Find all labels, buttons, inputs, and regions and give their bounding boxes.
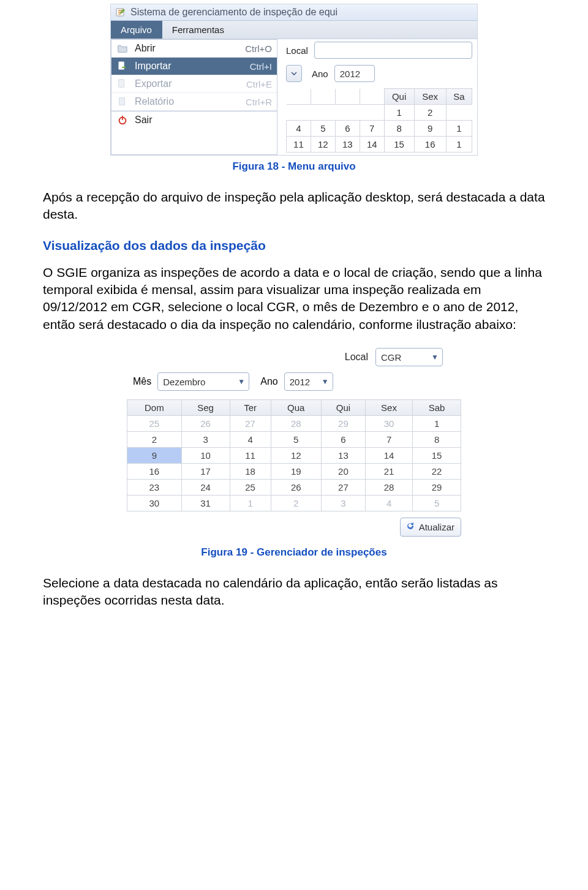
cal-cell[interactable]: 30 bbox=[127, 496, 182, 511]
power-icon bbox=[116, 114, 129, 126]
cal-cell[interactable] bbox=[360, 105, 384, 121]
paragraph-2: O SGIE organiza as inspeções de acordo a… bbox=[43, 264, 545, 333]
cal-cell[interactable]: 7 bbox=[360, 121, 384, 137]
local-label: Local bbox=[345, 352, 368, 363]
cal-cell[interactable]: 1 bbox=[446, 137, 472, 153]
menu-item-label: Importar bbox=[135, 61, 227, 72]
report-icon bbox=[116, 96, 129, 108]
cal-cell[interactable]: 12 bbox=[311, 137, 335, 153]
cal-cell[interactable]: 15 bbox=[413, 448, 461, 464]
cal-cell[interactable]: 14 bbox=[365, 448, 412, 464]
cal-cell[interactable]: 31 bbox=[181, 496, 230, 511]
cal-cell[interactable]: 8 bbox=[413, 432, 461, 448]
menu-item-abrir[interactable]: Abrir Ctrl+O bbox=[111, 40, 277, 58]
cal-header: Ter bbox=[230, 400, 271, 416]
cal-cell[interactable]: 29 bbox=[413, 480, 461, 496]
cal-cell[interactable]: 5 bbox=[271, 432, 321, 448]
cal-cell[interactable]: 1 bbox=[230, 496, 271, 511]
cal-cell[interactable]: 13 bbox=[321, 448, 365, 464]
svg-rect-5 bbox=[122, 116, 123, 120]
section-heading: Visualização dos dados da inspeção bbox=[43, 238, 545, 253]
menu-item-importar[interactable]: Importar Ctrl+I bbox=[111, 58, 277, 75]
cal-cell[interactable]: 2 bbox=[271, 496, 321, 511]
cal-cell[interactable]: 5 bbox=[311, 121, 335, 137]
paragraph-3: Selecione a data destacada no calendário… bbox=[43, 575, 545, 609]
cal-cell[interactable]: 24 bbox=[181, 480, 230, 496]
cal-cell[interactable] bbox=[311, 105, 335, 121]
cal-cell[interactable]: 2 bbox=[127, 432, 182, 448]
local-select[interactable]: CGR ▼ bbox=[375, 348, 443, 366]
cal-cell[interactable]: 22 bbox=[413, 464, 461, 480]
cal-cell[interactable]: 6 bbox=[321, 432, 365, 448]
cal-cell[interactable]: 13 bbox=[335, 137, 360, 153]
cal-cell[interactable]: 16 bbox=[414, 137, 446, 153]
refresh-button[interactable]: Atualizar bbox=[400, 518, 461, 537]
cal-cell[interactable]: 9 bbox=[127, 448, 182, 464]
cal-cell[interactable]: 15 bbox=[384, 137, 414, 153]
cal-cell[interactable]: 26 bbox=[181, 416, 230, 432]
month-picker-chevron[interactable] bbox=[286, 65, 302, 82]
cal-cell[interactable]: 7 bbox=[365, 432, 412, 448]
ano-select[interactable]: 2012 bbox=[334, 65, 375, 82]
cal-cell[interactable]: 4 bbox=[287, 121, 311, 137]
cal-cell[interactable]: 2 bbox=[414, 105, 446, 121]
cal-cell[interactable]: 29 bbox=[321, 416, 365, 432]
ano-label: Ano bbox=[312, 69, 328, 79]
cal-cell[interactable]: 14 bbox=[360, 137, 384, 153]
cal-cell[interactable]: 1 bbox=[446, 121, 472, 137]
ano-value: 2012 bbox=[290, 377, 310, 387]
local-select[interactable] bbox=[314, 42, 472, 59]
cal-cell[interactable]: 20 bbox=[321, 464, 365, 480]
cal-cell[interactable]: 1 bbox=[413, 416, 461, 432]
cal-cell[interactable]: 6 bbox=[335, 121, 360, 137]
cal-cell[interactable]: 11 bbox=[287, 137, 311, 153]
cal-cell[interactable]: 18 bbox=[230, 464, 271, 480]
menu-arquivo[interactable]: Arquivo bbox=[111, 21, 162, 39]
cal-cell[interactable]: 4 bbox=[365, 496, 412, 511]
ano-select[interactable]: 2012 ▼ bbox=[284, 372, 333, 391]
cal-cell[interactable]: 16 bbox=[127, 464, 182, 480]
refresh-button-label: Atualizar bbox=[419, 522, 454, 532]
menu-item-shortcut: Ctrl+O bbox=[233, 43, 272, 54]
cal-cell[interactable]: 26 bbox=[271, 480, 321, 496]
cal-cell[interactable]: 3 bbox=[181, 432, 230, 448]
cal-cell[interactable]: 4 bbox=[230, 432, 271, 448]
cal-cell[interactable]: 25 bbox=[230, 480, 271, 496]
cal-cell[interactable] bbox=[335, 105, 360, 121]
cal-cell[interactable]: 8 bbox=[384, 121, 414, 137]
ano-label: Ano bbox=[260, 376, 277, 387]
cal-cell[interactable]: 3 bbox=[321, 496, 365, 511]
menu-ferramentas[interactable]: Ferramentas bbox=[162, 21, 235, 39]
local-value: CGR bbox=[381, 352, 401, 363]
app-icon bbox=[116, 7, 126, 17]
cal-cell[interactable]: 27 bbox=[321, 480, 365, 496]
menu-item-shortcut: Ctrl+I bbox=[233, 61, 272, 72]
refresh-icon bbox=[405, 521, 415, 533]
cal-cell[interactable]: 12 bbox=[271, 448, 321, 464]
cal-cell[interactable]: 11 bbox=[230, 448, 271, 464]
cal-cell[interactable]: 10 bbox=[181, 448, 230, 464]
menu-item-label: Relatório bbox=[135, 96, 227, 107]
cal-cell[interactable]: 5 bbox=[413, 496, 461, 511]
cal-cell[interactable]: 23 bbox=[127, 480, 182, 496]
svg-rect-2 bbox=[119, 80, 124, 88]
cal-cell[interactable] bbox=[287, 105, 311, 121]
import-icon bbox=[116, 60, 129, 72]
cal-cell[interactable]: 28 bbox=[365, 480, 412, 496]
cal-cell[interactable]: 21 bbox=[365, 464, 412, 480]
cal-cell[interactable]: 30 bbox=[365, 416, 412, 432]
cal-cell[interactable]: 17 bbox=[181, 464, 230, 480]
cal-cell[interactable] bbox=[446, 105, 472, 121]
cal-cell[interactable]: 19 bbox=[271, 464, 321, 480]
cal-cell[interactable]: 27 bbox=[230, 416, 271, 432]
cal-cell[interactable]: 28 bbox=[271, 416, 321, 432]
cal-cell[interactable]: 1 bbox=[384, 105, 414, 121]
figure-18-caption: Figura 18 - Menu arquivo bbox=[43, 160, 545, 173]
cal-header: Seg bbox=[181, 400, 230, 416]
menu-item-label: Sair bbox=[135, 115, 272, 126]
chevron-down-icon: ▼ bbox=[431, 353, 439, 361]
cal-cell[interactable]: 25 bbox=[127, 416, 182, 432]
cal-cell[interactable]: 9 bbox=[414, 121, 446, 137]
menu-item-sair[interactable]: Sair bbox=[111, 111, 277, 129]
mes-select[interactable]: Dezembro ▼ bbox=[157, 372, 249, 391]
